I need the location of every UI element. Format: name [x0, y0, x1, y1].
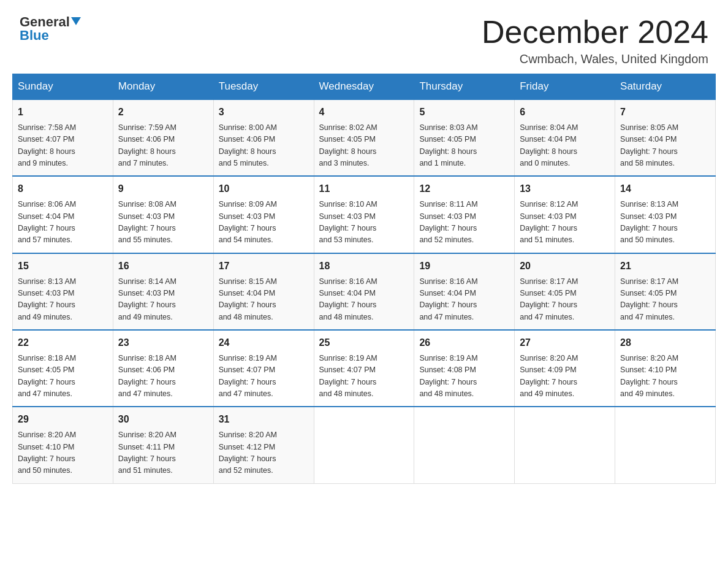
calendar-cell: 15Sunrise: 8:13 AMSunset: 4:03 PMDayligh… [13, 253, 113, 330]
col-header-wednesday: Wednesday [314, 74, 414, 100]
calendar-cell [414, 407, 515, 483]
day-info: Sunrise: 8:09 AMSunset: 4:03 PMDaylight:… [219, 199, 309, 247]
calendar-cell: 14Sunrise: 8:13 AMSunset: 4:03 PMDayligh… [615, 176, 716, 253]
day-info: Sunrise: 8:06 AMSunset: 4:04 PMDaylight:… [18, 199, 108, 247]
day-info: Sunrise: 8:17 AMSunset: 4:05 PMDaylight:… [520, 276, 610, 324]
day-number: 30 [118, 412, 208, 427]
calendar-cell: 16Sunrise: 8:14 AMSunset: 4:03 PMDayligh… [113, 253, 213, 330]
calendar-cell [314, 407, 414, 483]
day-info: Sunrise: 8:19 AMSunset: 4:07 PMDaylight:… [319, 353, 409, 400]
calendar-cell: 17Sunrise: 8:15 AMSunset: 4:04 PMDayligh… [213, 253, 314, 330]
day-info: Sunrise: 8:16 AMSunset: 4:04 PMDaylight:… [319, 276, 409, 324]
day-info: Sunrise: 8:04 AMSunset: 4:04 PMDaylight:… [520, 122, 610, 170]
day-info: Sunrise: 8:20 AMSunset: 4:10 PMDaylight:… [18, 429, 108, 477]
day-info: Sunrise: 8:19 AMSunset: 4:08 PMDaylight:… [419, 353, 509, 400]
day-number: 31 [219, 412, 309, 427]
calendar-cell: 25Sunrise: 8:19 AMSunset: 4:07 PMDayligh… [314, 330, 414, 407]
day-number: 20 [520, 259, 610, 274]
day-number: 18 [319, 259, 409, 274]
day-info: Sunrise: 8:14 AMSunset: 4:03 PMDaylight:… [118, 276, 208, 324]
day-info: Sunrise: 8:10 AMSunset: 4:03 PMDaylight:… [319, 199, 409, 247]
calendar-cell: 1Sunrise: 7:58 AMSunset: 4:07 PMDaylight… [13, 99, 113, 176]
day-info: Sunrise: 8:17 AMSunset: 4:05 PMDaylight:… [620, 276, 710, 324]
day-number: 28 [620, 335, 710, 351]
day-number: 14 [620, 182, 710, 197]
day-number: 13 [520, 182, 610, 197]
day-number: 21 [620, 259, 710, 274]
calendar-cell: 11Sunrise: 8:10 AMSunset: 4:03 PMDayligh… [314, 176, 414, 253]
calendar-cell: 20Sunrise: 8:17 AMSunset: 4:05 PMDayligh… [515, 253, 615, 330]
logo: General Blue [20, 15, 81, 43]
day-info: Sunrise: 8:02 AMSunset: 4:05 PMDaylight:… [319, 122, 409, 170]
day-number: 4 [319, 105, 409, 120]
calendar-cell [615, 407, 716, 483]
calendar-cell: 24Sunrise: 8:19 AMSunset: 4:07 PMDayligh… [213, 330, 314, 407]
calendar-cell: 26Sunrise: 8:19 AMSunset: 4:08 PMDayligh… [414, 330, 515, 407]
day-info: Sunrise: 8:20 AMSunset: 4:12 PMDaylight:… [219, 429, 309, 477]
calendar-cell: 22Sunrise: 8:18 AMSunset: 4:05 PMDayligh… [13, 330, 113, 407]
day-info: Sunrise: 8:13 AMSunset: 4:03 PMDaylight:… [620, 199, 710, 247]
calendar-cell: 19Sunrise: 8:16 AMSunset: 4:04 PMDayligh… [414, 253, 515, 330]
col-header-tuesday: Tuesday [213, 74, 314, 100]
day-number: 9 [118, 182, 208, 197]
day-number: 19 [419, 259, 509, 274]
calendar-week-row: 15Sunrise: 8:13 AMSunset: 4:03 PMDayligh… [13, 253, 716, 330]
day-info: Sunrise: 8:03 AMSunset: 4:05 PMDaylight:… [419, 122, 509, 170]
calendar-cell: 7Sunrise: 8:05 AMSunset: 4:04 PMDaylight… [615, 99, 716, 176]
calendar-week-row: 29Sunrise: 8:20 AMSunset: 4:10 PMDayligh… [13, 407, 716, 483]
calendar-cell: 30Sunrise: 8:20 AMSunset: 4:11 PMDayligh… [113, 407, 213, 483]
calendar-cell: 3Sunrise: 8:00 AMSunset: 4:06 PMDaylight… [213, 99, 314, 176]
logo-triangle-icon [71, 17, 81, 25]
page-header: General Blue December 2024 Cwmbach, Wale… [0, 0, 728, 74]
day-number: 12 [419, 182, 509, 197]
day-number: 8 [18, 182, 108, 197]
col-header-monday: Monday [113, 74, 213, 100]
col-header-saturday: Saturday [615, 74, 716, 100]
day-info: Sunrise: 8:08 AMSunset: 4:03 PMDaylight:… [118, 199, 208, 247]
location: Cwmbach, Wales, United Kingdom [482, 52, 708, 66]
day-info: Sunrise: 8:11 AMSunset: 4:03 PMDaylight:… [419, 199, 509, 247]
day-number: 23 [118, 335, 208, 351]
day-number: 22 [18, 335, 108, 351]
calendar-cell: 2Sunrise: 7:59 AMSunset: 4:06 PMDaylight… [113, 99, 213, 176]
day-info: Sunrise: 8:13 AMSunset: 4:03 PMDaylight:… [18, 276, 108, 324]
calendar-table: SundayMondayTuesdayWednesdayThursdayFrid… [12, 74, 716, 483]
calendar-week-row: 22Sunrise: 8:18 AMSunset: 4:05 PMDayligh… [13, 330, 716, 407]
calendar-header-row: SundayMondayTuesdayWednesdayThursdayFrid… [13, 74, 716, 100]
calendar-week-row: 1Sunrise: 7:58 AMSunset: 4:07 PMDaylight… [13, 99, 716, 176]
calendar-cell: 21Sunrise: 8:17 AMSunset: 4:05 PMDayligh… [615, 253, 716, 330]
calendar-cell: 10Sunrise: 8:09 AMSunset: 4:03 PMDayligh… [213, 176, 314, 253]
day-number: 3 [219, 105, 309, 120]
day-number: 1 [18, 105, 108, 120]
calendar-cell: 31Sunrise: 8:20 AMSunset: 4:12 PMDayligh… [213, 407, 314, 483]
day-info: Sunrise: 8:16 AMSunset: 4:04 PMDaylight:… [419, 276, 509, 324]
day-info: Sunrise: 8:18 AMSunset: 4:05 PMDaylight:… [18, 353, 108, 400]
calendar-cell: 27Sunrise: 8:20 AMSunset: 4:09 PMDayligh… [515, 330, 615, 407]
col-header-thursday: Thursday [414, 74, 515, 100]
day-info: Sunrise: 8:20 AMSunset: 4:10 PMDaylight:… [620, 353, 710, 400]
day-number: 26 [419, 335, 509, 351]
day-info: Sunrise: 7:59 AMSunset: 4:06 PMDaylight:… [118, 122, 208, 170]
calendar-cell: 23Sunrise: 8:18 AMSunset: 4:06 PMDayligh… [113, 330, 213, 407]
day-info: Sunrise: 7:58 AMSunset: 4:07 PMDaylight:… [18, 122, 108, 170]
calendar-cell: 12Sunrise: 8:11 AMSunset: 4:03 PMDayligh… [414, 176, 515, 253]
calendar-cell: 8Sunrise: 8:06 AMSunset: 4:04 PMDaylight… [13, 176, 113, 253]
calendar-cell: 9Sunrise: 8:08 AMSunset: 4:03 PMDaylight… [113, 176, 213, 253]
calendar-week-row: 8Sunrise: 8:06 AMSunset: 4:04 PMDaylight… [13, 176, 716, 253]
title-area: December 2024 Cwmbach, Wales, United Kin… [482, 15, 708, 66]
calendar-cell: 29Sunrise: 8:20 AMSunset: 4:10 PMDayligh… [13, 407, 113, 483]
day-number: 27 [520, 335, 610, 351]
calendar-cell: 4Sunrise: 8:02 AMSunset: 4:05 PMDaylight… [314, 99, 414, 176]
calendar-cell: 5Sunrise: 8:03 AMSunset: 4:05 PMDaylight… [414, 99, 515, 176]
day-number: 5 [419, 105, 509, 120]
day-info: Sunrise: 8:12 AMSunset: 4:03 PMDaylight:… [520, 199, 610, 247]
col-header-sunday: Sunday [13, 74, 113, 100]
calendar-cell [515, 407, 615, 483]
day-number: 25 [319, 335, 409, 351]
calendar-cell: 28Sunrise: 8:20 AMSunset: 4:10 PMDayligh… [615, 330, 716, 407]
day-number: 24 [219, 335, 309, 351]
day-number: 16 [118, 259, 208, 274]
month-title: December 2024 [482, 15, 708, 50]
day-info: Sunrise: 8:00 AMSunset: 4:06 PMDaylight:… [219, 122, 309, 170]
logo-blue: Blue [20, 28, 49, 43]
